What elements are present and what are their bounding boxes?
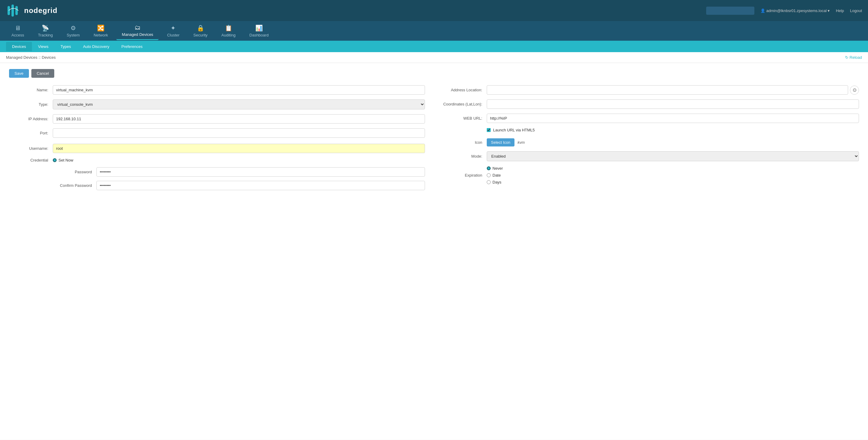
expiration-label: Expiration (443, 173, 487, 178)
nav-item-network[interactable]: 🔀 Network (88, 22, 114, 40)
nav-item-dashboard[interactable]: 📊 Dashboard (244, 22, 274, 40)
name-row: Name: (9, 85, 425, 95)
address-location-input[interactable] (487, 85, 848, 95)
username-row: Username: (9, 144, 425, 153)
web-url-row: WEB URL: (443, 114, 859, 123)
expiration-date-radio[interactable] (487, 173, 491, 177)
web-url-label: WEB URL: (443, 116, 487, 121)
subnav-types[interactable]: Types (55, 42, 77, 51)
search-input[interactable] (706, 7, 754, 15)
brand-name: nodegrid (24, 6, 58, 15)
main-nav: 🖥 Access 📡 Tracking ⚙ System 🔀 Network 🗂… (0, 21, 868, 41)
port-row: Port: (9, 128, 425, 138)
password-input[interactable] (96, 167, 425, 177)
form-right: Address Location: ⊙ Coordinates (Lat,Lon… (443, 85, 859, 194)
coordinates-row: Coordinates (Lat,Lon): (443, 99, 859, 109)
nav-item-tracking[interactable]: 📡 Tracking (33, 22, 58, 40)
expiration-row: Expiration Never Date Days (443, 166, 859, 184)
nav-item-security[interactable]: 🔒 Security (188, 22, 213, 40)
nav-item-system[interactable]: ⚙ System (61, 22, 85, 40)
name-input[interactable] (53, 85, 425, 95)
breadcrumb: Managed Devices :: Devices (6, 55, 56, 60)
icon-label: Icon (443, 140, 487, 145)
location-btn[interactable]: ⊙ (850, 86, 859, 95)
system-icon: ⚙ (70, 24, 76, 32)
ip-row: IP Address: (9, 114, 425, 124)
auditing-icon: 📋 (225, 24, 232, 32)
reload-button[interactable]: ↻ Reload (845, 55, 862, 60)
type-row: Type: virtual_console_kvm virtual_machin… (9, 99, 425, 109)
save-button[interactable]: Save (9, 69, 29, 78)
cancel-button[interactable]: Cancel (31, 69, 54, 78)
ip-input[interactable] (53, 114, 425, 124)
credential-row: Credential Set Now (9, 158, 425, 162)
svg-rect-2 (16, 6, 18, 15)
managed-devices-icon: 🗂 (134, 24, 141, 31)
expiration-days: Days (487, 180, 503, 184)
help-link[interactable]: Help (836, 8, 844, 13)
nav-item-cluster[interactable]: ✦ Cluster (161, 22, 185, 40)
subnav-devices[interactable]: Devices (6, 42, 32, 51)
port-label: Port: (9, 131, 53, 135)
action-buttons: Save Cancel (9, 69, 859, 78)
expiration-never: Never (487, 166, 503, 170)
launch-url-checkbox[interactable] (487, 128, 491, 132)
nav-item-auditing[interactable]: 📋 Auditing (216, 22, 241, 40)
username-input[interactable] (53, 144, 425, 153)
tracking-icon: 📡 (41, 24, 49, 32)
confirm-password-row: Confirm Password (9, 181, 425, 190)
sub-nav: Devices Views Types Auto Discovery Prefe… (0, 41, 868, 52)
ip-label: IP Address: (9, 117, 53, 121)
cluster-icon: ✦ (170, 24, 176, 32)
type-select[interactable]: virtual_console_kvm virtual_machine gene… (53, 99, 425, 109)
credential-radio: Set Now (53, 158, 73, 162)
nav-item-managed-devices[interactable]: 🗂 Managed Devices (116, 22, 158, 40)
confirm-password-label: Confirm Password (53, 183, 96, 188)
dashboard-icon: 📊 (255, 24, 263, 32)
mode-row: Mode: Enabled Disabled (443, 151, 859, 161)
password-label: Password (53, 170, 96, 174)
coordinates-input[interactable] (487, 99, 859, 109)
mode-label: Mode: (443, 154, 487, 159)
address-location-label: Address Location: (443, 88, 487, 92)
security-icon: 🔒 (197, 24, 204, 32)
top-right: 👤 admin@lknbsr01.zpesystems.local ▾ Help… (706, 7, 862, 15)
icon-section: Select Icon kvm (487, 138, 525, 147)
expiration-date: Date (487, 173, 503, 178)
launch-url-checkbox-wrapper: Launch URL via HTML5 (487, 128, 535, 132)
select-icon-button[interactable]: Select Icon (487, 138, 515, 147)
logo-svg (6, 3, 21, 18)
top-bar: nodegrid 👤 admin@lknbsr01.zpesystems.loc… (0, 0, 868, 21)
expiration-days-radio[interactable] (487, 180, 491, 184)
icon-row: Icon Select Icon kvm (443, 138, 859, 147)
subnav-preferences[interactable]: Preferences (116, 42, 149, 51)
subnav-auto-discovery[interactable]: Auto Discovery (77, 42, 115, 51)
subnav-views[interactable]: Views (32, 42, 54, 51)
nav-item-access[interactable]: 🖥 Access (6, 22, 30, 40)
port-input[interactable] (53, 128, 425, 138)
password-row: Password (9, 167, 425, 177)
form-left: Name: Type: virtual_console_kvm virtual_… (9, 85, 425, 194)
address-location-wrapper: ⊙ (487, 85, 859, 95)
breadcrumb-bar: Managed Devices :: Devices ↻ Reload (0, 52, 868, 63)
web-url-input[interactable] (487, 114, 859, 123)
network-icon: 🔀 (97, 24, 104, 32)
logo: nodegrid (6, 3, 58, 18)
credential-radio-input[interactable] (53, 158, 57, 162)
address-location-row: Address Location: ⊙ (443, 85, 859, 95)
form-grid: Name: Type: virtual_console_kvm virtual_… (9, 85, 859, 194)
user-info: 👤 admin@lknbsr01.zpesystems.local ▾ (761, 8, 830, 13)
username-label: Username: (9, 146, 53, 151)
content: Save Cancel Name: Type: virtual_console_… (0, 63, 868, 440)
access-icon: 🖥 (15, 25, 21, 32)
confirm-password-input[interactable] (96, 181, 425, 190)
expiration-never-radio[interactable] (487, 166, 491, 170)
coordinates-label: Coordinates (Lat,Lon): (443, 102, 487, 106)
expiration-options: Never Date Days (487, 166, 503, 184)
svg-rect-1 (11, 4, 14, 17)
credential-label: Credential (9, 158, 53, 162)
name-label: Name: (9, 88, 53, 92)
reload-icon: ↻ (845, 55, 848, 60)
mode-select[interactable]: Enabled Disabled (487, 151, 859, 161)
logout-link[interactable]: Logout (850, 8, 862, 13)
